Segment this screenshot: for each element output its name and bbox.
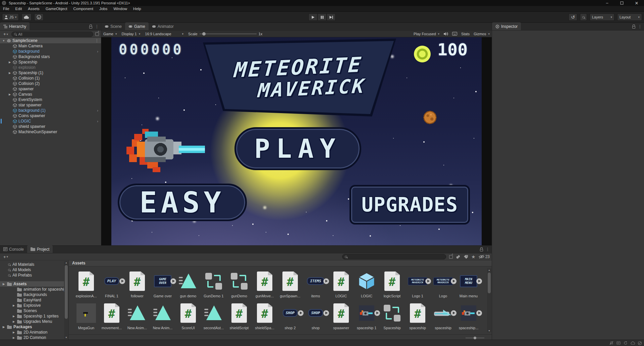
folder-row[interactable]: ▶ Explosive	[0, 303, 68, 308]
asset-tile[interactable]: #	[277, 270, 303, 298]
hierarchy-item[interactable]: ▶ spawner ›	[0, 86, 101, 92]
undo-history-button[interactable]: ↺	[569, 13, 577, 21]
search-button[interactable]	[580, 13, 587, 21]
expander-icon[interactable]: ▶	[2, 326, 5, 329]
game-mode-dropdown[interactable]: Game▾	[103, 32, 117, 36]
menu-item[interactable]: Edit	[12, 6, 25, 11]
asset-tile[interactable]: # SHOP	[277, 302, 303, 330]
sprite-expand-icon[interactable]	[119, 278, 125, 284]
asset-tile[interactable]: #	[226, 270, 252, 298]
expander-icon[interactable]: ▶	[2, 283, 5, 286]
search-by-label-icon[interactable]	[464, 255, 468, 259]
menu-item[interactable]: GameObject	[43, 6, 70, 11]
asset-tile[interactable]: # ITEMS	[303, 270, 328, 298]
scroll-down-icon[interactable]: ▼	[487, 330, 491, 332]
lock-icon[interactable]	[89, 26, 92, 29]
hierarchy-item[interactable]: ▶ background ›	[0, 49, 101, 54]
scroll-down-icon[interactable]: ▼	[64, 336, 68, 339]
open-search-window-icon[interactable]	[95, 32, 99, 36]
account-button[interactable]: JS ▾	[2, 13, 19, 21]
asset-tile[interactable]: # GAME OVER	[150, 270, 175, 298]
folder-row[interactable]: ▶ Packages	[0, 324, 68, 330]
pause-button[interactable]	[318, 13, 327, 21]
asset-tile[interactable]: #	[124, 270, 150, 298]
folder-row[interactable]: ▶ Upgrades Menu	[0, 319, 68, 324]
expander-icon[interactable]: ▶	[8, 71, 11, 75]
asset-tile[interactable]: #	[175, 270, 201, 298]
expander-icon[interactable]: ▶	[8, 93, 11, 96]
tab-project[interactable]: Project	[27, 245, 53, 253]
sprite-expand-icon[interactable]	[170, 278, 176, 284]
play-focused-dropdown[interactable]: Play Focused▾	[414, 32, 439, 36]
sprite-expand-icon[interactable]	[476, 278, 482, 284]
cloud-sync-icon[interactable]	[630, 341, 635, 345]
sprite-expand-icon[interactable]	[374, 310, 380, 316]
hierarchy-item[interactable]: ▶ Collision (2) ›	[0, 81, 101, 86]
zoom-slider-knob[interactable]	[474, 337, 476, 339]
asset-tile[interactable]: # MAIN MENU	[456, 270, 481, 298]
kebab-menu-icon[interactable]: ⋮	[638, 25, 642, 28]
lock-icon[interactable]	[632, 26, 635, 29]
asset-tile[interactable]: #	[379, 270, 405, 298]
asset-tile[interactable]: #	[328, 270, 354, 298]
asset-tile[interactable]: #	[201, 270, 226, 298]
prefab-expand-arrow-icon[interactable]: ›	[97, 108, 98, 112]
expander-icon[interactable]: ▶	[12, 315, 15, 318]
sprite-expand-icon[interactable]	[451, 278, 457, 284]
folder-row[interactable]: ▶ Backgrounds	[0, 292, 68, 297]
expander-icon[interactable]: ▶	[12, 331, 15, 334]
mute-notifications-icon[interactable]	[609, 341, 614, 345]
view-tab[interactable]: Animator	[149, 22, 177, 30]
sprite-expand-icon[interactable]	[298, 310, 304, 316]
close-button[interactable]: ✕	[629, 0, 644, 6]
console-message-icon[interactable]	[616, 341, 621, 345]
asset-tile[interactable]: #	[354, 302, 379, 330]
sprite-expand-icon[interactable]	[451, 310, 457, 316]
progress-blocked-icon[interactable]	[637, 341, 642, 345]
hierarchy-item[interactable]: ▶ Main Camera ›	[0, 43, 101, 49]
kebab-menu-icon[interactable]: ⋮	[95, 39, 99, 42]
menu-item[interactable]: Assets	[25, 6, 43, 11]
tab-hierarchy[interactable]: Hierarchy	[0, 22, 30, 30]
lock-icon[interactable]	[480, 249, 483, 251]
asset-tile[interactable]: #	[175, 302, 201, 330]
keyboard-shortcuts-icon[interactable]	[452, 32, 457, 36]
scrollbar-thumb[interactable]	[488, 273, 491, 293]
tab-inspector[interactable]: Inspector	[492, 22, 521, 30]
step-button[interactable]	[327, 13, 336, 21]
folder-row[interactable]: ▶ EasyHard	[0, 297, 68, 303]
folder-tree-scrollbar[interactable]: ▲ ▼	[64, 261, 68, 339]
tab-console[interactable]: Console	[0, 245, 27, 253]
upgrades-button[interactable]: UPGRADES	[350, 185, 470, 225]
search-by-type-icon[interactable]	[456, 255, 461, 259]
scale-slider-knob[interactable]	[202, 32, 206, 36]
sprite-expand-icon[interactable]	[323, 278, 329, 284]
asset-tile[interactable]: #	[201, 302, 226, 330]
aspect-ratio-dropdown[interactable]: 16:9 Landscape▾	[145, 32, 183, 36]
favorites-star-icon[interactable]: ★	[471, 254, 476, 259]
expander-icon[interactable]: ▶	[12, 336, 15, 339]
minimize-button[interactable]: –	[600, 0, 614, 6]
sprite-expand-icon[interactable]	[425, 278, 431, 284]
play-game-button[interactable]: PLAY	[234, 127, 361, 170]
expander-icon[interactable]: ▶	[8, 61, 11, 64]
assets-scrollbar[interactable]: ▲ ▼	[487, 268, 491, 332]
favorite-search-item[interactable]: All Models	[0, 267, 68, 273]
create-asset-button[interactable]: +▾	[2, 254, 9, 259]
play-button[interactable]	[309, 13, 318, 21]
asset-tile[interactable]: #	[430, 302, 456, 330]
scroll-up-icon[interactable]: ▲	[487, 269, 491, 271]
scrollbar-thumb[interactable]	[65, 265, 68, 319]
folder-row[interactable]: ▶ 2D Animation	[0, 330, 68, 335]
asset-tile[interactable]: #	[226, 302, 252, 330]
asset-tile[interactable]: #	[405, 302, 430, 330]
favorite-search-item[interactable]: All Materials	[0, 262, 68, 267]
view-tab[interactable]: Game	[125, 22, 149, 30]
kebab-menu-icon[interactable]: ⋮	[486, 248, 490, 251]
hierarchy-item[interactable]: ▶ shield spawner ›	[0, 124, 101, 129]
asset-tile[interactable]: #	[99, 302, 124, 330]
hierarchy-item[interactable]: ▶ Background stars ›	[0, 54, 101, 59]
view-tab[interactable]: Scene	[101, 22, 125, 30]
asset-tile[interactable]: #	[124, 302, 150, 330]
asset-tile[interactable]: #	[73, 270, 99, 298]
